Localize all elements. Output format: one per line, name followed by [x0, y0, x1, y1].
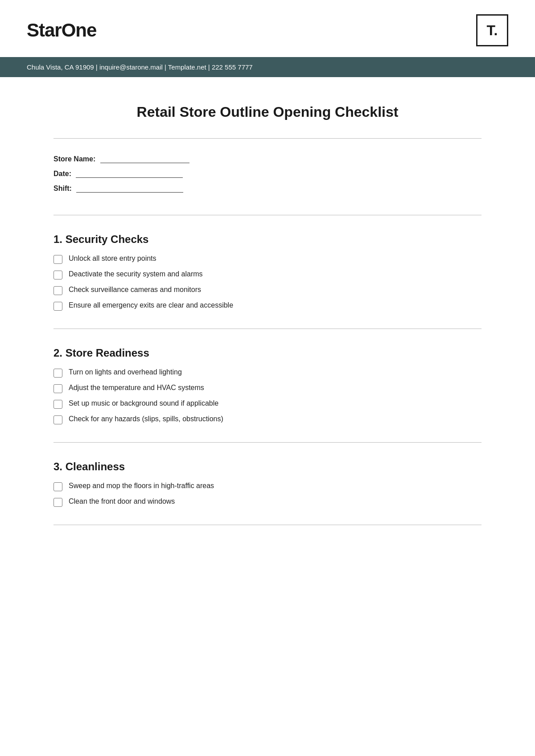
checkbox-icon[interactable]	[54, 255, 62, 264]
section-1: 1. Security ChecksUnlock all store entry…	[54, 233, 482, 329]
section-title-1: 1. Security Checks	[54, 233, 482, 246]
form-section: Store Name: Date: Shift:	[54, 155, 482, 215]
list-item: Ensure all emergency exits are clear and…	[54, 301, 482, 311]
section-divider-3	[54, 525, 482, 525]
date-line	[76, 169, 183, 178]
title-divider	[54, 138, 482, 139]
shift-label: Shift:	[54, 185, 72, 192]
checklist-item-text: Turn on lights and overhead lighting	[69, 368, 182, 376]
checkbox-icon[interactable]	[54, 415, 62, 424]
date-field: Date:	[54, 169, 482, 178]
section-divider-1	[54, 329, 482, 329]
list-item: Check surveillance cameras and monitors	[54, 286, 482, 295]
section-divider-2	[54, 442, 482, 443]
section-title-3: 3. Cleanliness	[54, 460, 482, 473]
checklist-item-text: Adjust the temperature and HVAC systems	[69, 384, 204, 392]
checklist-item-text: Deactivate the security system and alarm…	[69, 270, 203, 278]
checklist-3: Sweep and mop the floors in high-traffic…	[54, 482, 482, 507]
list-item: Clean the front door and windows	[54, 497, 482, 507]
checklist-item-text: Check surveillance cameras and monitors	[69, 286, 201, 294]
contact-bar: Chula Vista, CA 91909 | inquire@starone.…	[0, 57, 535, 77]
list-item: Check for any hazards (slips, spills, ob…	[54, 415, 482, 424]
section-title-2: 2. Store Readiness	[54, 347, 482, 359]
list-item: Unlock all store entry points	[54, 255, 482, 264]
checklist-1: Unlock all store entry pointsDeactivate …	[54, 255, 482, 311]
sections-container: 1. Security ChecksUnlock all store entry…	[54, 233, 482, 525]
checkbox-icon[interactable]	[54, 482, 62, 491]
page-title: Retail Store Outline Opening Checklist	[54, 104, 482, 120]
section-2: 2. Store ReadinessTurn on lights and ove…	[54, 347, 482, 443]
list-item: Sweep and mop the floors in high-traffic…	[54, 482, 482, 491]
shift-field: Shift:	[54, 184, 482, 193]
shift-line	[76, 184, 183, 193]
checklist-item-text: Ensure all emergency exits are clear and…	[69, 301, 233, 309]
checklist-item-text: Set up music or background sound if appl…	[69, 399, 218, 407]
checkbox-icon[interactable]	[54, 286, 62, 295]
date-label: Date:	[54, 170, 71, 177]
checkbox-icon[interactable]	[54, 271, 62, 279]
company-logo: StarOne	[27, 20, 96, 41]
list-item: Adjust the temperature and HVAC systems	[54, 384, 482, 393]
checkbox-icon[interactable]	[54, 384, 62, 393]
checklist-item-text: Check for any hazards (slips, spills, ob…	[69, 415, 223, 423]
section-3: 3. CleanlinessSweep and mop the floors i…	[54, 460, 482, 525]
list-item: Set up music or background sound if appl…	[54, 399, 482, 409]
checkbox-icon[interactable]	[54, 369, 62, 378]
store-name-field: Store Name:	[54, 155, 482, 163]
list-item: Turn on lights and overhead lighting	[54, 368, 482, 378]
checklist-2: Turn on lights and overhead lightingAdju…	[54, 368, 482, 424]
store-name-line	[100, 155, 189, 163]
contact-info: Chula Vista, CA 91909 | inquire@starone.…	[27, 63, 253, 71]
checklist-item-text: Clean the front door and windows	[69, 497, 175, 505]
checkbox-icon[interactable]	[54, 400, 62, 409]
list-item: Deactivate the security system and alarm…	[54, 270, 482, 279]
checkbox-icon[interactable]	[54, 498, 62, 507]
template-icon: T.	[476, 14, 508, 46]
store-name-label: Store Name:	[54, 155, 95, 163]
page-header: StarOne T.	[0, 0, 535, 57]
checklist-item-text: Unlock all store entry points	[69, 255, 156, 263]
main-content: Retail Store Outline Opening Checklist S…	[0, 77, 535, 552]
checkbox-icon[interactable]	[54, 302, 62, 311]
checklist-item-text: Sweep and mop the floors in high-traffic…	[69, 482, 214, 490]
